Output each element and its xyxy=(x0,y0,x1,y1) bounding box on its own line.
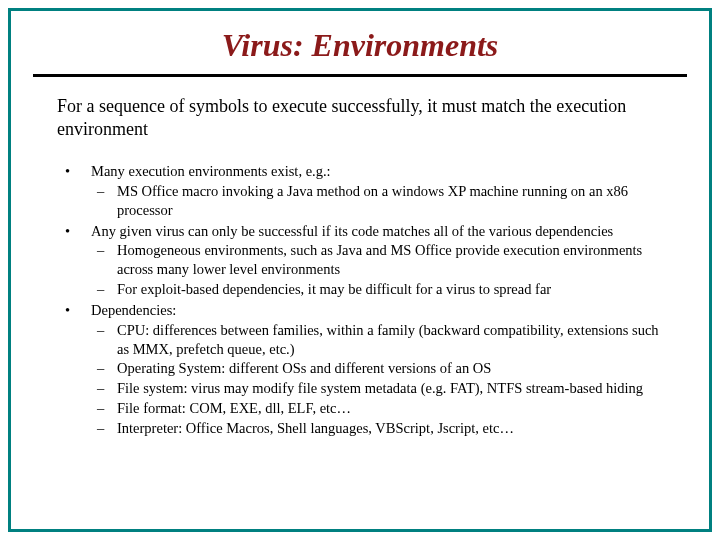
dash-item: For exploit-based dependencies, it may b… xyxy=(91,280,663,299)
title-underline xyxy=(33,74,687,77)
intro-text: For a sequence of symbols to execute suc… xyxy=(57,95,663,140)
dash-list: Homogeneous environments, such as Java a… xyxy=(91,241,663,299)
dash-item: MS Office macro invoking a Java method o… xyxy=(91,182,663,220)
bullet-text: Dependencies: xyxy=(91,302,176,318)
bullet-list: Many execution environments exist, e.g.:… xyxy=(57,162,663,438)
dash-item: Operating System: different OSs and diff… xyxy=(91,359,663,378)
slide-content: For a sequence of symbols to execute suc… xyxy=(11,95,709,438)
bullet-text: Many execution environments exist, e.g.: xyxy=(91,163,331,179)
dash-item: File format: COM, EXE, dll, ELF, etc… xyxy=(91,399,663,418)
slide-title: Virus: Environments xyxy=(11,21,709,74)
dash-item: CPU: differences between families, withi… xyxy=(91,321,663,359)
dash-item: Interpreter: Office Macros, Shell langua… xyxy=(91,419,663,438)
dash-list: MS Office macro invoking a Java method o… xyxy=(91,182,663,220)
dash-list: CPU: differences between families, withi… xyxy=(91,321,663,438)
dash-item: Homogeneous environments, such as Java a… xyxy=(91,241,663,279)
bullet-item: Any given virus can only be successful i… xyxy=(57,222,663,299)
bullet-item: Dependencies: CPU: differences between f… xyxy=(57,301,663,438)
bullet-text: Any given virus can only be successful i… xyxy=(91,223,613,239)
dash-item: File system: virus may modify file syste… xyxy=(91,379,663,398)
slide-frame: Virus: Environments For a sequence of sy… xyxy=(8,8,712,532)
bullet-item: Many execution environments exist, e.g.:… xyxy=(57,162,663,220)
